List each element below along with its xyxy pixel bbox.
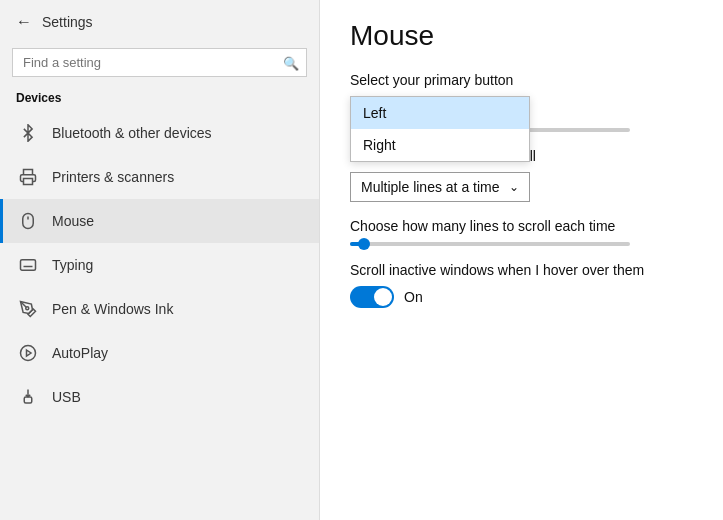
sidebar-item-bluetooth[interactable]: Bluetooth & other devices bbox=[0, 111, 319, 155]
sidebar-item-printers[interactable]: Printers & scanners bbox=[0, 155, 319, 199]
lines-slider-track[interactable] bbox=[350, 242, 630, 246]
search-icon: 🔍 bbox=[283, 55, 299, 70]
lines-label: Choose how many lines to scroll each tim… bbox=[350, 218, 693, 234]
svg-point-9 bbox=[26, 307, 29, 310]
sidebar-item-autoplay[interactable]: AutoPlay bbox=[0, 331, 319, 375]
pen-icon bbox=[16, 297, 40, 321]
main-content: Mouse Select your primary button Left Ri… bbox=[320, 0, 723, 520]
autoplay-label: AutoPlay bbox=[52, 345, 108, 361]
printers-icon bbox=[16, 165, 40, 189]
roll-dropdown[interactable]: Multiple lines at a time ⌄ bbox=[350, 172, 530, 202]
page-title: Mouse bbox=[350, 20, 693, 52]
primary-button-label: Select your primary button bbox=[350, 72, 693, 88]
bluetooth-icon bbox=[16, 121, 40, 145]
usb-icon bbox=[16, 385, 40, 409]
inactive-section: Scroll inactive windows when I hover ove… bbox=[350, 262, 693, 308]
inactive-toggle-row: On bbox=[350, 286, 693, 308]
sidebar-header: ← Settings bbox=[0, 0, 319, 44]
chevron-down-icon: ⌄ bbox=[509, 180, 519, 194]
svg-marker-11 bbox=[27, 350, 32, 356]
sidebar-title: Settings bbox=[42, 14, 93, 30]
toggle-state-label: On bbox=[404, 289, 423, 305]
svg-point-10 bbox=[21, 346, 36, 361]
typing-label: Typing bbox=[52, 257, 93, 273]
svg-rect-12 bbox=[24, 397, 32, 403]
autoplay-icon bbox=[16, 341, 40, 365]
sidebar-item-pen[interactable]: Pen & Windows Ink bbox=[0, 287, 319, 331]
svg-rect-1 bbox=[23, 214, 34, 229]
sidebar: ← Settings 🔍 Devices Bluetooth & other d… bbox=[0, 0, 320, 520]
dropdown-option-right[interactable]: Right bbox=[351, 129, 529, 161]
toggle-knob bbox=[374, 288, 392, 306]
lines-thumb[interactable] bbox=[358, 238, 370, 250]
back-arrow-icon: ← bbox=[16, 13, 32, 31]
sidebar-item-mouse[interactable]: Mouse bbox=[0, 199, 319, 243]
bluetooth-label: Bluetooth & other devices bbox=[52, 125, 212, 141]
svg-rect-3 bbox=[21, 260, 36, 271]
sidebar-item-usb[interactable]: USB bbox=[0, 375, 319, 419]
inactive-toggle[interactable] bbox=[350, 286, 394, 308]
back-button[interactable]: ← bbox=[16, 13, 32, 31]
usb-label: USB bbox=[52, 389, 81, 405]
devices-section-label: Devices bbox=[0, 87, 319, 111]
typing-icon bbox=[16, 253, 40, 277]
mouse-icon bbox=[16, 209, 40, 233]
printers-label: Printers & scanners bbox=[52, 169, 174, 185]
search-box: 🔍 bbox=[12, 48, 307, 77]
primary-button-dropdown-menu: Left Right bbox=[350, 96, 530, 162]
svg-rect-0 bbox=[24, 179, 33, 185]
pen-label: Pen & Windows Ink bbox=[52, 301, 173, 317]
search-input[interactable] bbox=[12, 48, 307, 77]
lines-section: Choose how many lines to scroll each tim… bbox=[350, 218, 693, 246]
sidebar-item-typing[interactable]: Typing bbox=[0, 243, 319, 287]
mouse-label: Mouse bbox=[52, 213, 94, 229]
inactive-label: Scroll inactive windows when I hover ove… bbox=[350, 262, 693, 278]
dropdown-option-left[interactable]: Left bbox=[351, 97, 529, 129]
roll-dropdown-value: Multiple lines at a time bbox=[361, 179, 500, 195]
